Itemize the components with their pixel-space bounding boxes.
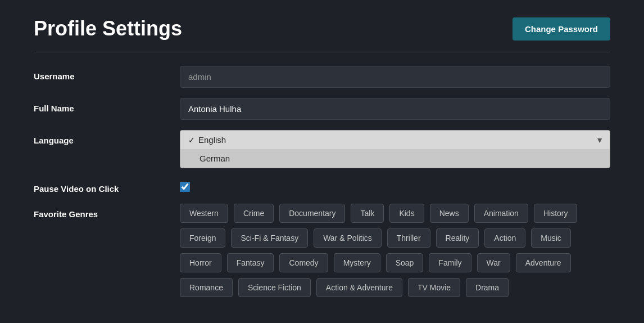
- genre-tag[interactable]: Animation: [474, 204, 528, 223]
- genre-tag[interactable]: Talk: [351, 204, 384, 223]
- genre-tag[interactable]: Foreign: [180, 228, 225, 248]
- fullname-control: [180, 98, 610, 120]
- pause-row: Pause Video on Click: [34, 178, 610, 194]
- genre-tag[interactable]: Fantasy: [227, 253, 274, 272]
- genre-tag[interactable]: News: [430, 204, 469, 223]
- change-password-button[interactable]: Change Password: [513, 17, 610, 41]
- genre-tag[interactable]: Family: [429, 253, 471, 272]
- genres-label: Favorite Genres: [34, 204, 180, 219]
- fullname-row: Full Name: [34, 98, 610, 120]
- genre-tag[interactable]: TV Movie: [408, 278, 460, 297]
- language-option-german[interactable]: German: [180, 149, 610, 168]
- genre-tag[interactable]: History: [534, 204, 578, 223]
- genre-tag[interactable]: War: [477, 253, 510, 272]
- genre-tag[interactable]: War & Politics: [314, 228, 382, 248]
- genre-tag[interactable]: Horror: [180, 253, 221, 272]
- header-row: Profile Settings Change Password: [34, 17, 610, 41]
- username-label: Username: [34, 66, 180, 81]
- genre-tag[interactable]: Action: [484, 228, 525, 248]
- pause-checkbox-wrapper: [180, 178, 610, 192]
- language-row: Language ✓ English German ▼: [34, 130, 610, 168]
- genre-tag[interactable]: Drama: [466, 278, 509, 297]
- language-option-german-label: German: [199, 154, 230, 163]
- pause-control: [180, 178, 610, 192]
- genre-tag[interactable]: Music: [531, 228, 571, 248]
- fullname-label: Full Name: [34, 98, 180, 113]
- genres-container: WesternCrimeDocumentaryTalkKidsNewsAnima…: [180, 204, 610, 297]
- pause-label: Pause Video on Click: [34, 178, 180, 194]
- genre-tag[interactable]: Reality: [436, 228, 479, 248]
- language-option-english-label: English: [198, 135, 226, 145]
- pause-checkbox[interactable]: [180, 182, 190, 192]
- checkmark-icon: ✓: [188, 136, 195, 145]
- genre-tag[interactable]: Romance: [180, 278, 233, 297]
- genre-tag[interactable]: Soap: [386, 253, 424, 272]
- genres-row: Favorite Genres WesternCrimeDocumentaryT…: [34, 204, 610, 297]
- language-label: Language: [34, 130, 180, 145]
- genre-tag[interactable]: Thriller: [387, 228, 430, 248]
- username-input[interactable]: [180, 66, 610, 88]
- genre-tag[interactable]: Action & Adventure: [316, 278, 402, 297]
- dropdown-arrow-icon: ▼: [596, 136, 604, 145]
- fullname-input[interactable]: [180, 98, 610, 120]
- genre-tag[interactable]: Adventure: [516, 253, 571, 272]
- header-divider: [34, 52, 610, 52]
- genre-tag[interactable]: Sci-Fi & Fantasy: [231, 228, 308, 248]
- genre-tag[interactable]: Kids: [389, 204, 424, 223]
- language-option-english[interactable]: ✓ English: [180, 131, 610, 149]
- genres-control: WesternCrimeDocumentaryTalkKidsNewsAnima…: [180, 204, 610, 297]
- username-row: Username: [34, 66, 610, 88]
- username-control: [180, 66, 610, 88]
- genre-tag[interactable]: Documentary: [279, 204, 345, 223]
- page-title: Profile Settings: [34, 17, 182, 41]
- genre-tag[interactable]: Western: [180, 204, 228, 223]
- page-container: Profile Settings Change Password Usernam…: [0, 0, 644, 323]
- genre-tag[interactable]: Comedy: [279, 253, 328, 272]
- genre-tag[interactable]: Mystery: [334, 253, 380, 272]
- language-dropdown[interactable]: ✓ English German: [180, 130, 610, 168]
- genre-tag[interactable]: Science Fiction: [238, 278, 311, 297]
- language-control: ✓ English German ▼: [180, 130, 610, 168]
- genre-tag[interactable]: Crime: [234, 204, 274, 223]
- form-section: Username Full Name Language ✓ English: [34, 66, 610, 307]
